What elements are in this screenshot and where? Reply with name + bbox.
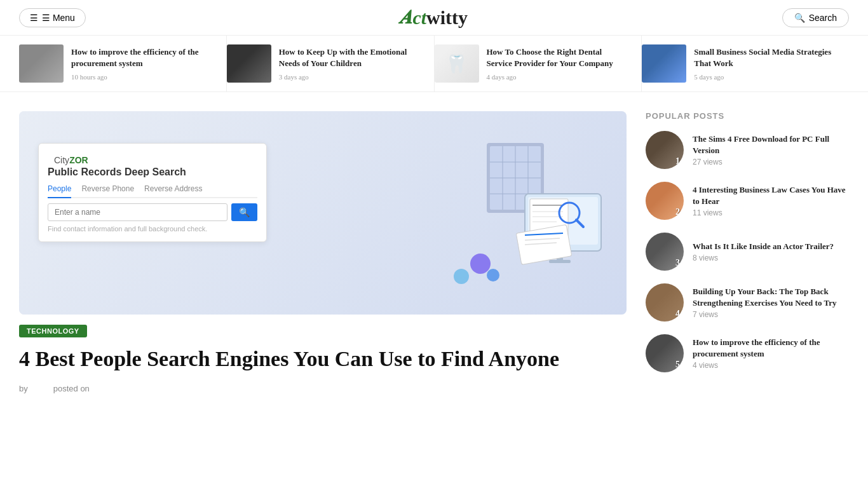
illustration-graphic: [372, 118, 614, 302]
sidebar-rank-image-2: 2: [646, 182, 684, 220]
sidebar-item[interactable]: 4 Building Up Your Back: The Top Back St…: [646, 283, 849, 322]
sidebar-item-text-3: What Is It Like Inside an Actor Trailer?…: [693, 241, 834, 263]
cityzor-widget: CityZOR Public Records Deep Search Peopl…: [38, 143, 267, 242]
sidebar-item[interactable]: 2 4 Interesting Business Law Cases You H…: [646, 182, 849, 220]
sidebar-item-text-5: How to improve the efficiency of the pro…: [693, 337, 849, 370]
sidebar-item-views-3: 8 views: [693, 254, 834, 262]
sidebar-item-views-1: 27 views: [693, 158, 849, 166]
sidebar-item-title-4: Building Up Your Back: The Top Back Stre…: [693, 286, 849, 308]
menu-button[interactable]: ☰ ☰ Menu: [19, 8, 86, 27]
sidebar-rank-image-5: 5: [646, 334, 684, 372]
news-bar-time: 10 hours ago: [71, 73, 214, 81]
news-bar-time: 4 days ago: [487, 73, 629, 81]
rank-number-3: 3: [675, 258, 680, 268]
svg-point-25: [487, 269, 499, 281]
search-icon: 🔍: [794, 13, 805, 23]
sidebar: POPULAR POSTS 1 The Sims 4 Free Download…: [646, 111, 849, 393]
news-bar-text: Small Business Social Media Strategies T…: [694, 46, 836, 81]
search-widget-input-row: 🔍: [48, 203, 257, 221]
svg-point-23: [470, 254, 491, 274]
menu-label: ☰ Menu: [42, 13, 75, 23]
sidebar-item-text-1: The Sims 4 Free Download for PC Full Ver…: [693, 133, 849, 166]
cityzor-brand: CityZOR: [54, 155, 88, 165]
news-bar-image: [227, 44, 271, 83]
sidebar-item-title-3: What Is It Like Inside an Actor Trailer?: [693, 241, 834, 252]
news-bar-time: 3 days ago: [279, 73, 421, 81]
news-bar-title: Small Business Social Media Strategies T…: [694, 46, 836, 69]
category-tag[interactable]: TECHNOLOGY: [19, 325, 87, 337]
news-bar-image: 🦷: [435, 44, 479, 83]
news-bar-text: How to Keep Up with the Emotional Needs …: [279, 46, 421, 81]
news-bar-title: How to improve the efficiency of the pro…: [71, 46, 214, 69]
sidebar-item-title-2: 4 Interesting Business Law Cases You Hav…: [693, 184, 849, 207]
sidebar-item-text-4: Building Up Your Back: The Top Back Stre…: [693, 286, 849, 319]
news-bar-item[interactable]: 🦷 How To Choose the Right Dental Service…: [435, 36, 642, 92]
logo-ct-char: ct: [412, 7, 426, 29]
article-title: 4 Best People Search Engines You Can Use…: [19, 346, 627, 372]
search-widget-title: Public Records Deep Search: [48, 166, 257, 178]
sidebar-item-title-1: The Sims 4 Free Download for PC Full Ver…: [693, 133, 849, 156]
logo-a-char: 𝑨: [400, 6, 412, 29]
author-label: by: [19, 384, 28, 393]
sidebar-item-views-2: 11 views: [693, 208, 849, 217]
svg-rect-18: [549, 260, 571, 263]
news-bar: How to improve the efficiency of the pro…: [0, 36, 868, 92]
news-bar-image: [642, 44, 686, 83]
sidebar-rank-image-3: 3: [646, 233, 684, 271]
rank-number-4: 4: [675, 309, 680, 319]
tab-address[interactable]: Reverse Address: [144, 184, 202, 193]
author-row: by posted on: [19, 384, 627, 393]
site-header: ☰ ☰ Menu 𝑨ctwitty 🔍 Search: [0, 0, 868, 36]
tab-people[interactable]: People: [48, 184, 71, 198]
search-label: Search: [809, 13, 837, 23]
rank-number-5: 5: [675, 360, 680, 370]
sidebar-rank-image-4: 4: [646, 283, 684, 322]
search-widget-tabs: People Reverse Phone Reverse Address: [48, 184, 257, 198]
cityzor-zor: ZOR: [69, 155, 88, 165]
news-bar-text: How To Choose the Right Dental Service P…: [487, 46, 629, 81]
news-bar-title: How to Keep Up with the Emotional Needs …: [279, 46, 421, 69]
name-search-input[interactable]: [48, 203, 227, 221]
news-bar-item[interactable]: How to improve the efficiency of the pro…: [19, 36, 227, 92]
sidebar-item[interactable]: 1 The Sims 4 Free Download for PC Full V…: [646, 131, 849, 169]
posted-label: posted on: [53, 384, 90, 393]
news-bar-title: How To Choose the Right Dental Service P…: [487, 46, 629, 69]
site-logo[interactable]: 𝑨ctwitty: [400, 6, 468, 29]
sidebar-title: POPULAR POSTS: [646, 111, 849, 121]
news-bar-item[interactable]: How to Keep Up with the Emotional Needs …: [227, 36, 435, 92]
news-bar-item[interactable]: Small Business Social Media Strategies T…: [642, 36, 849, 92]
sidebar-item-views-5: 4 views: [693, 361, 849, 370]
sidebar-item[interactable]: 5 How to improve the efficiency of the p…: [646, 334, 849, 372]
news-bar-time: 5 days ago: [694, 73, 836, 81]
menu-icon: ☰: [30, 13, 38, 23]
sidebar-item-title-5: How to improve the efficiency of the pro…: [693, 337, 849, 359]
sidebar-item[interactable]: 3 What Is It Like Inside an Actor Traile…: [646, 233, 849, 271]
featured-image-inner: CityZOR Public Records Deep Search Peopl…: [19, 111, 627, 315]
search-button[interactable]: 🔍 Search: [782, 8, 849, 27]
rank-number-1: 1: [675, 156, 680, 166]
tab-phone[interactable]: Reverse Phone: [81, 184, 134, 193]
search-widget-caption: Find contact information and full backgr…: [48, 225, 257, 233]
rank-number-2: 2: [675, 207, 680, 217]
search-submit-button[interactable]: 🔍: [231, 203, 257, 221]
main-container: CityZOR Public Records Deep Search Peopl…: [0, 92, 868, 393]
main-content: CityZOR Public Records Deep Search Peopl…: [19, 111, 627, 393]
svg-point-24: [454, 269, 469, 284]
sidebar-item-text-2: 4 Interesting Business Law Cases You Hav…: [693, 184, 849, 217]
sidebar-rank-image-1: 1: [646, 131, 684, 169]
news-bar-text: How to improve the efficiency of the pro…: [71, 46, 214, 81]
news-bar-image: [19, 44, 64, 83]
logo-witty-char: witty: [426, 7, 468, 29]
featured-image: CityZOR Public Records Deep Search Peopl…: [19, 111, 627, 315]
sidebar-item-views-4: 7 views: [693, 310, 849, 319]
